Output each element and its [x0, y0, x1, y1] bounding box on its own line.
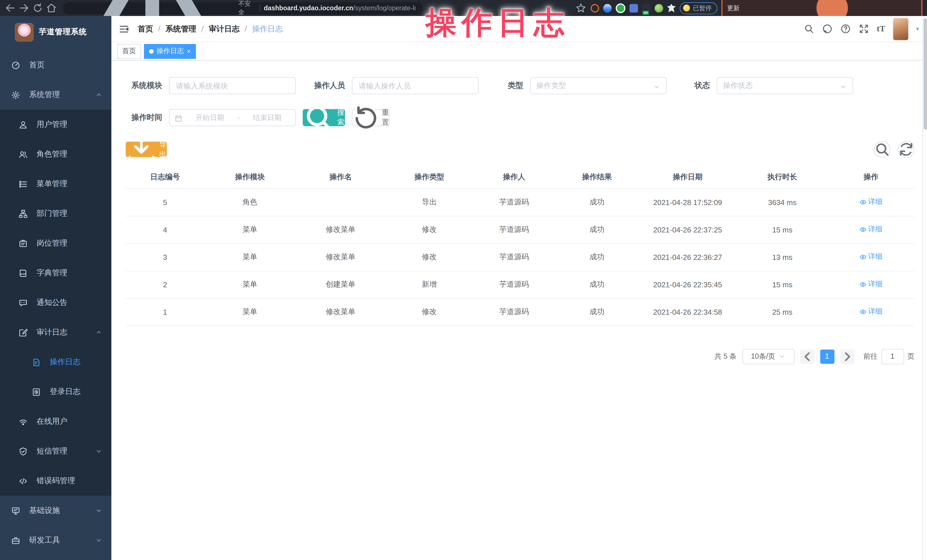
scrollbar-thumb[interactable] [924, 18, 927, 130]
page-scrollbar[interactable] [922, 16, 927, 560]
announcement-icon [19, 298, 27, 307]
sidebar-item-审计日志[interactable]: 审计日志 [0, 317, 111, 347]
extension-icon[interactable] [616, 3, 625, 13]
app-logo-row[interactable]: 芋道管理系统 [0, 16, 111, 48]
goto-page-input[interactable] [881, 349, 904, 364]
extension-icon[interactable] [667, 4, 676, 12]
export-button[interactable]: 导出 [126, 142, 167, 157]
page-size-select[interactable]: 10条/页 [742, 349, 794, 364]
sidebar-item-操作日志[interactable]: 操作日志 [0, 347, 111, 377]
detail-link[interactable]: 详细 [860, 279, 883, 289]
detail-link[interactable]: 详细 [860, 197, 883, 207]
sidebar-item-系统管理[interactable]: 系统管理 [0, 80, 111, 110]
back-icon[interactable] [5, 2, 16, 14]
sidebar: 芋道管理系统 首页 系统管理 用户管理 角色管理 菜单管理 部门管理 岗位管理 … [0, 16, 111, 560]
emoji-icon [683, 5, 690, 11]
sidebar-item-基础设施[interactable]: 基础设施 [0, 496, 111, 525]
breadcrumb-item[interactable]: 首页 [138, 24, 153, 34]
breadcrumb-item[interactable]: 系统管理 [166, 24, 196, 34]
search-small-icon [874, 142, 890, 157]
table-cell: 2021-04-26 22:34:58 [638, 298, 737, 326]
table-cell-actions: 详细 [828, 298, 915, 326]
status-select[interactable]: 操作状态 [717, 77, 853, 94]
table-header-row: 日志编号操作模块操作名操作类型操作人操作结果操作日期执行时长操作 [126, 165, 915, 188]
detail-link[interactable]: 详细 [860, 307, 883, 317]
column-header: 日志编号 [126, 165, 205, 188]
table-cell: 成功 [555, 271, 638, 298]
calendar-icon [175, 114, 182, 121]
extension-icon[interactable] [629, 4, 638, 12]
paused-extension-pill[interactable]: 已暂停 [680, 2, 717, 14]
sidebar-item-角色管理[interactable]: 角色管理 [0, 140, 111, 169]
avatar[interactable] [893, 17, 909, 40]
sidebar-item-错误码管理[interactable]: 错误码管理 [0, 466, 111, 496]
detail-link[interactable]: 详细 [860, 252, 883, 262]
table-cell: 13 ms [737, 243, 828, 271]
annotation-overlay-text: 操作日志 [426, 2, 570, 44]
sidebar-item-短信管理[interactable]: 短信管理 [0, 436, 111, 466]
module-input[interactable] [169, 77, 296, 94]
toggle-search-button[interactable] [874, 141, 891, 158]
forward-icon[interactable] [18, 2, 30, 14]
eye-icon [860, 199, 866, 206]
tab-操作日志[interactable]: 操作日志 × [144, 44, 196, 59]
column-header: 执行时长 [737, 165, 828, 188]
login-log-icon [32, 387, 41, 396]
github-icon[interactable] [822, 23, 833, 34]
close-icon[interactable]: × [187, 48, 191, 55]
status-label: 状态 [689, 80, 710, 91]
sidebar-item-字典管理[interactable]: 字典管理 [0, 258, 111, 288]
table-cell: 芋道源码 [473, 188, 555, 216]
fullscreen-icon[interactable] [859, 23, 869, 34]
reset-button[interactable]: 重置 [352, 109, 389, 126]
sidebar-item-部门管理[interactable]: 部门管理 [0, 199, 111, 228]
sidebar-item-研发工具[interactable]: 研发工具 [0, 525, 111, 555]
table-cell: 修改 [386, 243, 473, 271]
sidebar-item-在线用户[interactable]: 在线用户 [0, 407, 111, 436]
caret-down-icon[interactable]: ▾ [916, 26, 919, 32]
extension-icon[interactable] [655, 4, 663, 12]
eye-icon [860, 308, 866, 315]
date-range-picker[interactable]: 开始日期 - 结束日期 [169, 109, 296, 126]
extension-icon[interactable] [591, 4, 599, 12]
operator-input[interactable] [352, 77, 479, 94]
dashboard-icon [11, 61, 20, 70]
font-size-icon[interactable]: tT [877, 24, 885, 34]
sidebar-item-通知公告[interactable]: 通知公告 [0, 288, 111, 317]
reload-icon[interactable] [32, 2, 43, 14]
table-body: 5角色导出芋道源码成功2021-04-28 17:52:093634 ms详细4… [126, 188, 915, 326]
bookmark-star-icon[interactable] [575, 2, 587, 14]
sidebar-item-用户管理[interactable]: 用户管理 [0, 110, 111, 140]
home-icon[interactable] [46, 2, 57, 14]
hamburger-icon[interactable] [118, 23, 130, 35]
app-logo [15, 23, 34, 41]
sidebar-item-岗位管理[interactable]: 岗位管理 [0, 228, 111, 258]
refresh-table-button[interactable] [898, 141, 915, 158]
gear-icon [11, 91, 20, 99]
dev-tools-icon [11, 536, 20, 545]
search-button[interactable]: 搜索 [303, 109, 345, 126]
type-select[interactable]: 操作类型 [530, 77, 667, 94]
extension-icon[interactable]: on [642, 4, 650, 12]
detail-link[interactable]: 详细 [860, 225, 883, 234]
tab-首页[interactable]: 首页 [117, 44, 141, 59]
address-bar[interactable]: 不安全 dashboard.yudao.iocoder.cn/system/lo… [63, 2, 422, 14]
search-icon[interactable] [804, 23, 815, 34]
next-page-button[interactable] [840, 349, 854, 364]
prev-page-button[interactable] [800, 349, 814, 364]
table-cell: 2021-04-26 22:36:27 [638, 243, 737, 271]
breadcrumb-item[interactable]: 审计日志 [209, 24, 240, 34]
sidebar-item-菜单管理[interactable]: 菜单管理 [0, 169, 111, 199]
table-cell-actions: 详细 [828, 216, 915, 243]
sidebar-item-首页[interactable]: 首页 [0, 50, 111, 80]
table-cell: 2021-04-26 22:37:25 [638, 216, 737, 243]
users-icon [19, 150, 27, 158]
operator-label: 操作人员 [308, 80, 345, 91]
sidebar-item-登录日志[interactable]: 登录日志 [0, 377, 111, 407]
table-cell-actions: 详细 [828, 243, 915, 271]
navbar-actions: tT ▾ [804, 17, 919, 40]
extension-icon[interactable] [603, 4, 612, 12]
update-button[interactable]: 更新 [724, 3, 743, 14]
help-icon[interactable] [840, 23, 851, 34]
page-1-button[interactable]: 1 [820, 349, 834, 364]
